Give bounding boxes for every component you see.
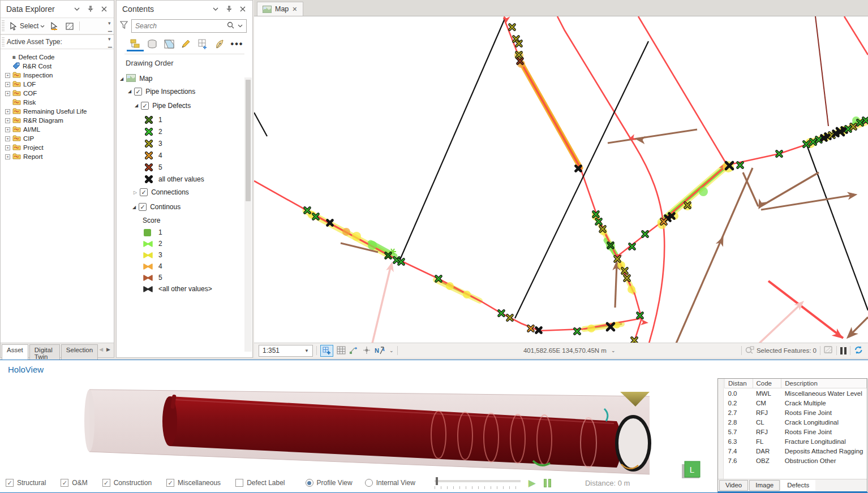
map-layer-row[interactable]: ◢ Map — [120, 73, 252, 84]
grid-button[interactable] — [337, 346, 346, 356]
table-row[interactable]: 2.7 RFJ Roots Fine Joint — [725, 408, 867, 417]
column-header[interactable]: Description — [781, 379, 867, 388]
asset-tree-item[interactable]: + AI/ML — [5, 125, 111, 134]
play-button[interactable]: ▶ — [528, 478, 536, 488]
expand-plus-icon[interactable]: + — [5, 73, 10, 78]
list-by-selection-button[interactable] — [161, 37, 178, 51]
close-icon[interactable] — [238, 4, 248, 14]
continous-row[interactable]: ◢ ✓ Continous — [132, 200, 252, 214]
expand-plus-icon[interactable]: + — [5, 127, 10, 132]
table-row[interactable]: 2.8 CL Crack Longitudinal — [725, 417, 867, 427]
asset-tree-item[interactable]: + LOF — [5, 80, 111, 89]
checkbox[interactable]: ✓ — [61, 479, 68, 487]
expand-plus-icon[interactable]: + — [5, 154, 10, 159]
chevron-down-icon[interactable] — [238, 24, 243, 28]
radio-button[interactable] — [306, 479, 313, 487]
table-scrollbar[interactable] — [718, 379, 724, 479]
coordinate-readout[interactable]: 401,582.65E 134,570.45N m ⌄ — [401, 347, 738, 354]
snapping-button[interactable] — [349, 346, 359, 356]
search-icon[interactable] — [227, 21, 234, 31]
map-scale-select[interactable]: 1:351 ▼ — [259, 345, 313, 357]
map-canvas[interactable] — [254, 16, 868, 343]
table-row[interactable]: 0.2 CM Crack Multiple — [725, 398, 867, 408]
distance-slider[interactable] — [435, 477, 521, 489]
expand-plus-icon[interactable]: + — [5, 109, 10, 114]
list-by-drawing-order-button[interactable] — [127, 37, 144, 51]
layer-checkbox[interactable]: ✓ — [141, 102, 149, 110]
asset-tree-item[interactable]: + Report — [5, 152, 111, 161]
asset-tree-item[interactable]: + Project — [5, 143, 111, 152]
column-header[interactable]: Distan — [725, 379, 753, 388]
slider-handle[interactable] — [436, 477, 438, 485]
layer-checkbox[interactable]: ✓ — [140, 188, 148, 196]
checkbox[interactable]: ✓ — [166, 479, 174, 487]
north-arrow-button[interactable]: N — [375, 347, 385, 354]
collapsed-triangle-icon[interactable]: ▷ — [134, 190, 137, 195]
close-icon[interactable]: ✕ — [292, 6, 297, 13]
layout-grid-button[interactable] — [320, 345, 333, 357]
chevron-down-icon[interactable] — [210, 4, 221, 14]
defects-table[interactable]: DistanCodeDescription 0.0 MWL Miscellane… — [724, 379, 867, 465]
holoview-toggle[interactable]: ✓ Miscellaneous — [166, 479, 221, 487]
expand-plus-icon[interactable]: + — [5, 145, 10, 150]
table-row[interactable]: 5.7 RFJ Roots Fine Joint — [725, 427, 867, 436]
toolbar-overflow-button[interactable]: ▾▁ — [108, 36, 112, 47]
tab-scroll-left-icon[interactable]: ◀ — [99, 347, 103, 352]
close-icon[interactable] — [99, 4, 109, 14]
nav-cube[interactable]: L — [682, 461, 700, 478]
table-tab[interactable]: Video — [719, 480, 748, 491]
view-mode-radio[interactable]: Internal View — [365, 479, 415, 487]
radio-button[interactable] — [365, 479, 373, 487]
table-tab[interactable]: Defects — [781, 480, 815, 491]
layer-checkbox[interactable]: ✓ — [139, 203, 147, 211]
crosshair-button[interactable] — [362, 346, 371, 356]
list-by-data-source-button[interactable] — [144, 37, 161, 51]
table-row[interactable]: 0.0 MWL Miscellaneous Water Level — [725, 388, 867, 399]
map-tab[interactable]: Map ✕ — [257, 2, 303, 16]
asset-tree-item[interactable]: + CIP — [5, 134, 111, 143]
pipe-inspections-row[interactable]: ◢ ✓ Pipe Inspections — [128, 84, 252, 98]
asset-tree-item[interactable]: Risk — [5, 98, 111, 107]
holoview-toggle[interactable]: Defect Label — [235, 479, 285, 487]
checkbox[interactable]: ✓ — [6, 479, 14, 487]
expand-plus-icon[interactable]: + — [5, 82, 10, 87]
expand-plus-icon[interactable]: + — [5, 91, 10, 96]
select-tool-button[interactable]: Select — [7, 20, 48, 32]
expanded-triangle-icon[interactable]: ◢ — [128, 89, 131, 94]
expanded-triangle-icon[interactable]: ◢ — [120, 76, 123, 81]
table-row[interactable]: 7.6 OBZ Obstruction Other — [725, 456, 867, 465]
view-mode-radio[interactable]: Profile View — [306, 479, 353, 487]
table-row[interactable]: 6.3 FL Fracture Longitudinal — [725, 436, 867, 446]
list-by-editing-button[interactable] — [178, 37, 195, 51]
asset-tree-item[interactable]: ʙ Defect Code — [5, 53, 111, 62]
contents-search-box[interactable] — [131, 19, 247, 33]
pin-icon[interactable] — [85, 4, 96, 14]
list-by-labeling-button[interactable] — [212, 37, 229, 51]
asset-tree-item[interactable]: + Inspection — [5, 71, 111, 80]
column-header[interactable]: Code — [753, 379, 781, 388]
expand-plus-icon[interactable]: + — [5, 118, 10, 123]
select-new-button[interactable] — [48, 20, 62, 32]
pause-button[interactable] — [544, 479, 551, 487]
checkbox[interactable]: ✓ — [102, 479, 110, 487]
connections-row[interactable]: ▷ ✓ Connections — [134, 185, 252, 200]
pin-icon[interactable] — [224, 4, 234, 14]
clear-selection-button[interactable] — [824, 346, 833, 355]
refresh-button[interactable] — [854, 345, 863, 356]
table-tab[interactable]: Image — [749, 480, 780, 491]
filter-icon[interactable] — [120, 21, 128, 32]
expanded-triangle-icon[interactable]: ◢ — [132, 205, 136, 210]
asset-tree-item[interactable]: R&R Cost — [5, 62, 111, 71]
asset-tree-item[interactable]: + Remaining Useful Life — [5, 107, 111, 116]
holoview-toggle[interactable]: ✓ Structural — [6, 479, 46, 487]
contents-scrollbar[interactable] — [244, 77, 252, 352]
tab-scroll-right-icon[interactable]: ▶ — [106, 347, 110, 352]
list-by-snapping-button[interactable] — [195, 37, 212, 51]
more-options-button[interactable]: ••• — [229, 37, 246, 51]
expand-plus-icon[interactable]: + — [5, 136, 10, 141]
holoview-toggle[interactable]: ✓ Construction — [102, 479, 152, 487]
checkbox[interactable] — [235, 479, 243, 487]
expanded-triangle-icon[interactable]: ◢ — [135, 103, 138, 108]
chevron-down-icon[interactable]: ⌄ — [389, 348, 394, 353]
table-row[interactable]: 7.4 DAR Deposits Attached Ragging — [725, 446, 867, 456]
